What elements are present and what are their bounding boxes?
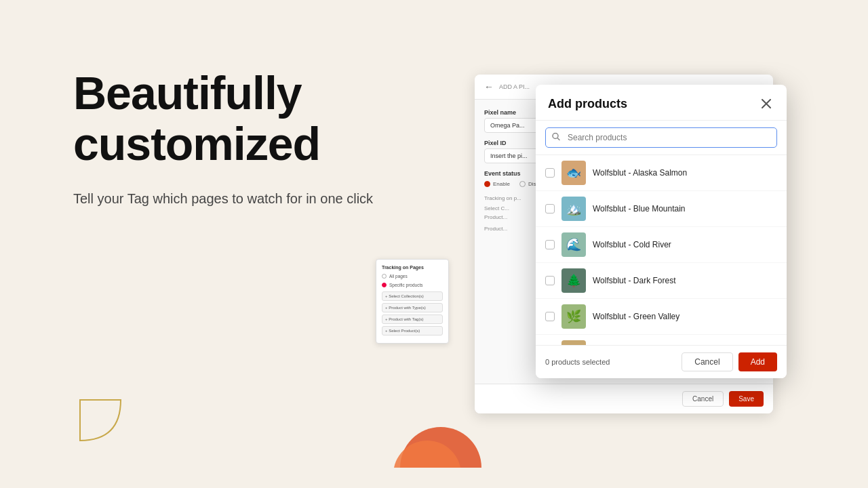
- product-list-item[interactable]: 🌊Wolfsblut - Cold River: [536, 227, 787, 263]
- product-checkbox[interactable]: [545, 312, 555, 321]
- floating-tracking-card: Tracking on Pages All pages Specific pro…: [376, 259, 449, 344]
- radio-specific-products-dot: [382, 283, 387, 287]
- product-name: Wolfsblut - Cold River: [593, 240, 777, 249]
- dialog-add-button[interactable]: Add: [738, 352, 777, 371]
- product-list-item[interactable]: 🐟Wolfsblut - Alaska Salmon: [536, 155, 787, 191]
- dialog-close-button[interactable]: [758, 96, 774, 112]
- product-name: Wolfsblut - Blue Mountain: [593, 204, 777, 214]
- product-list-item[interactable]: 🐑Wolfsblut - Range Lamb: [536, 335, 787, 345]
- product-checkbox[interactable]: [545, 168, 555, 178]
- corner-decoration: [73, 393, 127, 447]
- product-thumbnail: 🌊: [561, 232, 586, 257]
- product-name: Wolfsblut - Dark Forest: [593, 276, 777, 285]
- product-checkbox[interactable]: [545, 204, 555, 214]
- product-list-item[interactable]: 🌲Wolfsblut - Dark Forest: [536, 263, 787, 299]
- back-icon: ←: [484, 81, 494, 92]
- product-list-item[interactable]: 🌿Wolfsblut - Green Valley: [536, 299, 787, 335]
- product-with-tag-button[interactable]: + Product with Tag(s): [382, 314, 443, 324]
- app-cancel-button[interactable]: Cancel: [682, 391, 724, 407]
- product-checkbox[interactable]: [545, 240, 555, 249]
- radio-enable-circle: [484, 181, 490, 187]
- radio-all-pages-dot: [382, 274, 387, 279]
- select-product-button[interactable]: + Select Product(s): [382, 326, 443, 336]
- dialog-title: Add products: [548, 97, 627, 111]
- product-search-input[interactable]: [545, 127, 777, 148]
- app-window-nav-label: ADD A PI...: [499, 83, 530, 90]
- product-thumbnail: 🐑: [561, 340, 586, 345]
- dialog-footer-buttons: Cancel Add: [682, 352, 777, 371]
- radio-enable[interactable]: Enable: [484, 181, 510, 187]
- app-save-button[interactable]: Save: [729, 391, 764, 407]
- product-thumbnail: 🌿: [561, 304, 586, 329]
- dialog-cancel-button[interactable]: Cancel: [682, 352, 732, 371]
- main-heading: Beautifully customized: [73, 68, 426, 169]
- product-thumbnail: 🌲: [561, 268, 586, 293]
- app-footer: Cancel Save: [475, 384, 773, 413]
- product-list-item[interactable]: 🏔️Wolfsblut - Blue Mountain: [536, 191, 787, 227]
- dialog-header: Add products: [536, 85, 787, 121]
- radio-all-pages[interactable]: All pages: [382, 274, 443, 279]
- product-list: 🐟Wolfsblut - Alaska Salmon🏔️Wolfsblut - …: [536, 155, 787, 345]
- dialog-search-area: [536, 121, 787, 155]
- product-thumbnail: 🐟: [561, 161, 586, 185]
- radio-disable-circle: [519, 181, 526, 187]
- product-name: Wolfsblut - Alaska Salmon: [593, 168, 777, 178]
- product-thumbnail: 🏔️: [561, 197, 586, 221]
- svg-point-2: [553, 134, 558, 139]
- select-collections-button[interactable]: + Select Collection(s): [382, 291, 443, 301]
- search-icon: [552, 133, 560, 143]
- selected-count: 0 products selected: [545, 358, 610, 366]
- dialog-footer: 0 products selected Cancel Add: [536, 345, 787, 378]
- radio-specific-products[interactable]: Specific products: [382, 283, 443, 287]
- left-content: Beautifully customized Tell your Tag whi…: [73, 68, 426, 209]
- circle-decoration: [393, 400, 488, 468]
- floating-card-title: Tracking on Pages: [382, 265, 443, 270]
- product-checkbox[interactable]: [545, 276, 555, 285]
- product-name: Wolfsblut - Green Valley: [593, 312, 777, 321]
- add-products-dialog: Add products 🐟Wolfsblut - Alaska Salmon🏔…: [536, 85, 787, 378]
- sub-text: Tell your Tag which pages to watch for i…: [73, 188, 426, 209]
- product-with-type-button[interactable]: + Product with Type(s): [382, 303, 443, 312]
